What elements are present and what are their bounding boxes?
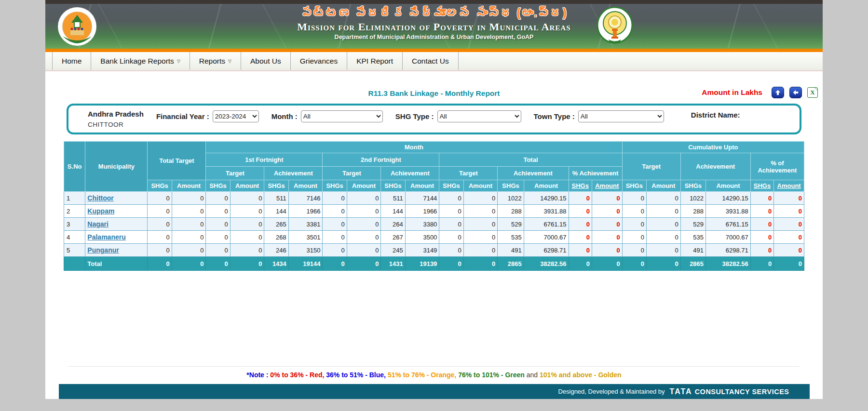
shg-type-label: SHG Type : <box>395 112 434 120</box>
cell-value: 0 <box>230 218 264 231</box>
cell-value: 0 <box>206 192 230 205</box>
subheader-amount[interactable]: Amount <box>592 180 622 192</box>
total-cell-value: 1434 <box>264 257 288 271</box>
total-cell-value: 2865 <box>498 257 524 271</box>
cell-value: 1022 <box>498 192 524 205</box>
cell-value: 0 <box>439 244 463 257</box>
municipality-link[interactable]: Punganur <box>87 246 119 254</box>
municipality-link[interactable]: Nagari <box>87 220 108 228</box>
banner-telugu-title: పట్టణ పేదరిక నిర్మూలన సంస్థ (ఆం.ప్ర) <box>45 6 823 20</box>
cell-value: 245 <box>381 244 405 257</box>
shg-type-select[interactable]: All <box>437 110 521 122</box>
cell-value: 0 <box>347 231 381 244</box>
cell-value: 3501 <box>288 231 323 244</box>
month-select[interactable]: All <box>301 110 383 122</box>
cell-value: 3931.88 <box>706 205 751 218</box>
subheader-amount[interactable]: Amount <box>774 180 804 192</box>
cell-value: 7000.67 <box>706 231 751 244</box>
total-cell-value: 0 <box>774 257 804 271</box>
cell-value: 7000.67 <box>524 231 569 244</box>
nav-item-bank-linkage-reports[interactable]: Bank Linkage Reports▽ <box>91 52 190 70</box>
cell-value: 535 <box>498 231 524 244</box>
back-button[interactable] <box>789 87 802 98</box>
nav-item-contact-us[interactable]: Contact Us <box>403 52 459 70</box>
cell-value: 0 <box>148 231 172 244</box>
nav-item-kpi-report[interactable]: KPI Report <box>347 52 403 70</box>
cell-value: 1966 <box>405 205 439 218</box>
cell-value: 0 <box>592 192 622 205</box>
cell-value: 0 <box>347 205 381 218</box>
cell-value: 0 <box>439 231 463 244</box>
note-segment: 76% to 101% - Green <box>458 371 525 379</box>
cell-value: 144 <box>264 205 288 218</box>
cell-value: 0 <box>750 205 773 218</box>
col-header-1f-target: Target <box>206 167 264 180</box>
cell-value: 0 <box>206 231 230 244</box>
cell-value: 0 <box>463 205 498 218</box>
cell-value: 7146 <box>288 192 323 205</box>
cell-value: 0 <box>622 192 646 205</box>
subheader-amount: Amount <box>230 180 264 192</box>
banner-org-title: Mission for Elimination of Poverty in Mu… <box>45 21 823 33</box>
total-cell-value: 1431 <box>381 257 405 271</box>
nav-item-home[interactable]: Home <box>52 52 91 70</box>
cell-value: 0 <box>230 231 264 244</box>
municipality-link[interactable]: Chittoor <box>87 194 113 202</box>
subheader-shgs[interactable]: SHGs <box>569 180 592 192</box>
nav-item-grievances[interactable]: Grievances <box>291 52 347 70</box>
subheader-amount: Amount <box>405 180 439 192</box>
total-cell-value: 0 <box>439 257 463 271</box>
nav-item-about-us[interactable]: About Us <box>241 52 291 70</box>
table-row: 1Chittoor0000511714600511714400102214290… <box>64 192 804 205</box>
cell-value: 0 <box>592 231 622 244</box>
cell-value: 0 <box>172 231 206 244</box>
cell-value: 0 <box>323 231 347 244</box>
page-bottom-gap <box>0 399 868 408</box>
subheader-shgs[interactable]: SHGs <box>750 180 773 192</box>
cell-value: 0 <box>569 244 592 257</box>
subheader-shgs: SHGs <box>148 180 172 192</box>
report-table: S.No Municipality Total Target Month Cum… <box>64 141 804 271</box>
cell-value: 3380 <box>405 218 439 231</box>
cell-value: 0 <box>569 192 592 205</box>
page-title: R11.3 Bank Linkage - Monthly Report <box>368 89 500 98</box>
note-segment: 51% to 76% - Orange, <box>388 371 456 379</box>
total-cell-value: 0 <box>206 257 230 271</box>
cell-value: 0 <box>774 231 804 244</box>
cell-value: 511 <box>381 192 405 205</box>
ap-government-emblem <box>595 7 635 48</box>
col-header-2nd-fortnight: 2nd Fortnight <box>323 153 439 167</box>
cell-value: 491 <box>498 244 524 257</box>
cell-value: 0 <box>172 218 206 231</box>
subheader-shgs: SHGs <box>381 180 405 192</box>
financial-year-select[interactable]: 2023-2024 <box>213 110 259 122</box>
cell-value: 0 <box>206 244 230 257</box>
total-cell-value: 0 <box>622 257 646 271</box>
municipality-link[interactable]: Palamaneru <box>87 233 125 241</box>
export-excel-button[interactable]: X <box>807 87 818 98</box>
note-segment: 36% to 51% - Blue, <box>326 371 386 379</box>
nav-item-reports[interactable]: Reports▽ <box>190 52 241 70</box>
cell-value: 3381 <box>288 218 323 231</box>
cell-value: 0 <box>622 218 646 231</box>
cell-value: 0 <box>230 244 264 257</box>
total-cell-value: 2865 <box>680 257 705 271</box>
cell-value: 0 <box>463 231 498 244</box>
cell-value: 0 <box>774 218 804 231</box>
district-name-label: District Name: <box>691 111 740 119</box>
town-type-select[interactable]: All <box>578 110 664 122</box>
cell-value: 0 <box>148 218 172 231</box>
cell-value: 0 <box>463 244 498 257</box>
total-cell-value: 0 <box>323 257 347 271</box>
scroll-up-button[interactable] <box>772 87 784 98</box>
cell-value: 0 <box>569 231 592 244</box>
cell-value: 0 <box>148 244 172 257</box>
subheader-amount: Amount <box>347 180 381 192</box>
cell-value: 265 <box>264 218 288 231</box>
total-cell-value: 0 <box>592 257 622 271</box>
cell-value: 3931.88 <box>524 205 569 218</box>
cell-value: 0 <box>323 218 347 231</box>
month-label: Month : <box>271 112 298 120</box>
municipality-link[interactable]: Kuppam <box>87 207 114 215</box>
col-header-tot-pct-achievement: % Achievement <box>569 167 622 180</box>
